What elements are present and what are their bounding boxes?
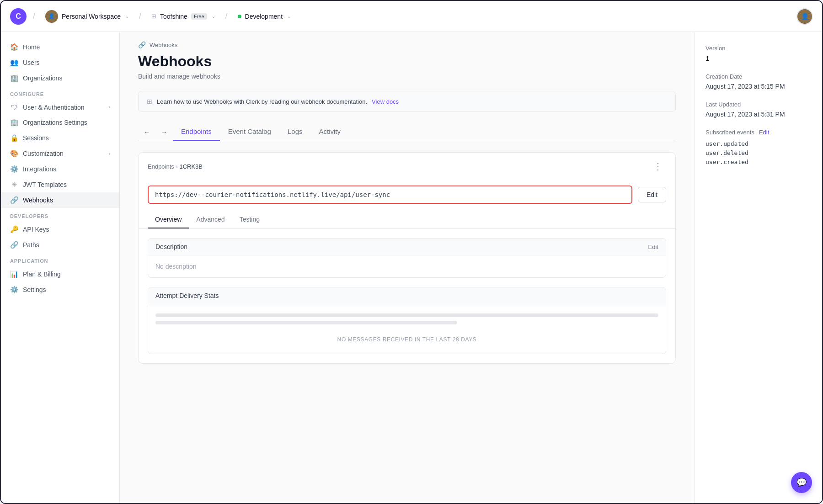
sidebar-item-label: Organizations: [23, 74, 62, 82]
settings-icon: ⚙️: [10, 286, 18, 294]
nav-sep-2: /: [139, 11, 141, 21]
env-label: Development: [245, 13, 283, 20]
description-body: No description: [148, 255, 666, 277]
sub-tab-testing[interactable]: Testing: [232, 211, 267, 228]
content-area: ⊞ Learn how to use Webhooks with Clerk b…: [120, 91, 694, 382]
user-avatar[interactable]: 👤: [796, 8, 813, 25]
workspace-label: Personal Workspace: [62, 13, 121, 20]
version-label: Version: [705, 45, 811, 52]
stats-lines: [155, 313, 658, 324]
top-nav: C / 👤 Personal Workspace ⌄ / ⊞ Toofshine…: [1, 1, 822, 32]
subscribed-header: Subscribed events Edit: [705, 129, 811, 136]
creation-label: Creation Date: [705, 73, 811, 80]
event-user-created: user.created: [705, 159, 811, 165]
sub-tab-advanced[interactable]: Advanced: [189, 211, 232, 228]
sidebar-item-label: Settings: [23, 286, 46, 293]
project-chevron: ⌄: [212, 14, 215, 19]
sidebar-item-home[interactable]: 🏠 Home: [1, 39, 119, 55]
integrations-icon: ⚙️: [10, 165, 18, 173]
info-banner: ⊞ Learn how to use Webhooks with Clerk b…: [138, 91, 676, 112]
sidebar: 🏠 Home 👥 Users 🏢 Organizations CONFIGURE…: [1, 32, 120, 503]
description-placeholder: No description: [155, 263, 197, 270]
project-selector[interactable]: ⊞ Toofshine Free ⌄: [148, 11, 219, 22]
tab-logs[interactable]: Logs: [279, 123, 311, 141]
sidebar-item-users[interactable]: 👥 Users: [1, 55, 119, 70]
nav-right: 👤: [796, 8, 813, 25]
sidebar-item-sessions[interactable]: 🔒 Sessions: [1, 130, 119, 146]
event-user-updated: user.updated: [705, 140, 811, 147]
sidebar-item-organizations[interactable]: 🏢 Organizations: [1, 70, 119, 86]
sidebar-item-jwt-templates[interactable]: ✳ JWT Templates: [1, 177, 119, 192]
tab-activity[interactable]: Activity: [310, 123, 349, 141]
stats-header: Attempt Delivery Stats: [148, 287, 666, 304]
sub-tab-bar: Overview Advanced Testing: [139, 211, 675, 229]
paths-icon: 🔗: [10, 241, 18, 249]
version-field: Version 1: [705, 45, 811, 62]
endpoint-breadcrumb-link[interactable]: Endpoints: [148, 163, 174, 170]
three-dots-menu[interactable]: ⋮: [650, 159, 666, 174]
page-title: Webhooks: [138, 53, 676, 70]
jwt-icon: ✳: [10, 180, 18, 189]
sidebar-item-api-keys[interactable]: 🔑 API Keys: [1, 222, 119, 237]
endpoint-edit-btn[interactable]: Edit: [638, 187, 666, 202]
sidebar-item-paths[interactable]: 🔗 Paths: [1, 237, 119, 253]
chevron-right-icon: ›: [109, 105, 110, 110]
updated-value: August 17, 2023 at 5:31 PM: [705, 111, 811, 118]
workspace-selector[interactable]: 👤 Personal Workspace ⌄: [42, 8, 133, 25]
main-content: 🔗 Webhooks Webhooks Build and manage web…: [120, 32, 694, 503]
subscribed-edit-btn[interactable]: Edit: [759, 129, 769, 136]
sidebar-item-label: API Keys: [23, 226, 49, 233]
sidebar-item-customization[interactable]: 🎨 Customization ›: [1, 146, 119, 161]
billing-icon: 📊: [10, 270, 18, 278]
view-docs-link[interactable]: View docs: [372, 98, 399, 105]
description-edit-btn[interactable]: Edit: [648, 244, 658, 250]
stats-line-1: [155, 313, 658, 317]
organizations-icon: 🏢: [10, 74, 18, 82]
right-panel: Version 1 Creation Date August 17, 2023 …: [694, 32, 822, 503]
breadcrumb-label: Webhooks: [150, 42, 177, 48]
sidebar-item-settings[interactable]: ⚙️ Settings: [1, 282, 119, 297]
breadcrumb: 🔗 Webhooks: [120, 32, 694, 53]
sub-tab-overview[interactable]: Overview: [148, 211, 189, 228]
users-icon: 👥: [10, 58, 18, 67]
main-layout: 🏠 Home 👥 Users 🏢 Organizations CONFIGURE…: [1, 32, 822, 503]
project-name: Toofshine: [160, 13, 187, 20]
home-icon: 🏠: [10, 43, 18, 51]
sidebar-item-plan-billing[interactable]: 📊 Plan & Billing: [1, 266, 119, 282]
org-settings-icon: 🏢: [10, 118, 18, 127]
stats-line-2: [155, 321, 457, 324]
page-title-area: Webhooks Build and manage webhooks: [120, 53, 694, 91]
endpoint-url: https://dev--courier-notifications.netli…: [148, 186, 632, 204]
tab-endpoints[interactable]: Endpoints: [173, 123, 220, 141]
sidebar-item-label: Home: [23, 43, 40, 51]
tab-next-btn[interactable]: →: [155, 124, 173, 140]
tab-prev-btn[interactable]: ←: [138, 124, 155, 140]
sidebar-item-label: Paths: [23, 241, 39, 249]
sidebar-item-integrations[interactable]: ⚙️ Integrations: [1, 161, 119, 177]
shield-icon: 🛡: [10, 103, 18, 111]
stats-section: Attempt Delivery Stats NO MESSAGES RECEI…: [148, 287, 666, 354]
arrow-container: https://dev--courier-notifications.netli…: [139, 180, 675, 211]
stats-empty-label: NO MESSAGES RECEIVED IN THE LAST 28 DAYS: [155, 332, 658, 345]
creation-value: August 17, 2023 at 5:15 PM: [705, 83, 811, 90]
version-value: 1: [705, 54, 811, 62]
app-logo: C: [10, 8, 27, 25]
tab-event-catalog[interactable]: Event Catalog: [220, 123, 279, 141]
banner-text: Learn how to use Webhooks with Clerk by …: [157, 98, 367, 105]
info-icon: ⊞: [147, 98, 152, 105]
sidebar-item-user-auth[interactable]: 🛡 User & Authentication ›: [1, 100, 119, 115]
description-section: Description Edit No description: [148, 238, 666, 278]
description-header: Description Edit: [148, 239, 666, 255]
sidebar-item-label: Customization: [23, 150, 64, 157]
chat-bubble[interactable]: 💬: [791, 472, 812, 493]
endpoint-id: 1CRK3B: [179, 163, 203, 170]
project-badge: Free: [191, 13, 207, 20]
sidebar-item-webhooks[interactable]: 🔗 Webhooks: [1, 192, 119, 208]
creation-date-field: Creation Date August 17, 2023 at 5:15 PM: [705, 73, 811, 90]
env-selector[interactable]: Development ⌄: [234, 11, 295, 22]
nav-sep-1: /: [33, 11, 35, 21]
sidebar-item-org-settings[interactable]: 🏢 Organizations Settings: [1, 115, 119, 130]
endpoint-url-row: https://dev--courier-notifications.netli…: [139, 180, 675, 211]
sidebar-item-label: Webhooks: [23, 196, 53, 204]
configure-section-label: CONFIGURE: [1, 86, 119, 100]
